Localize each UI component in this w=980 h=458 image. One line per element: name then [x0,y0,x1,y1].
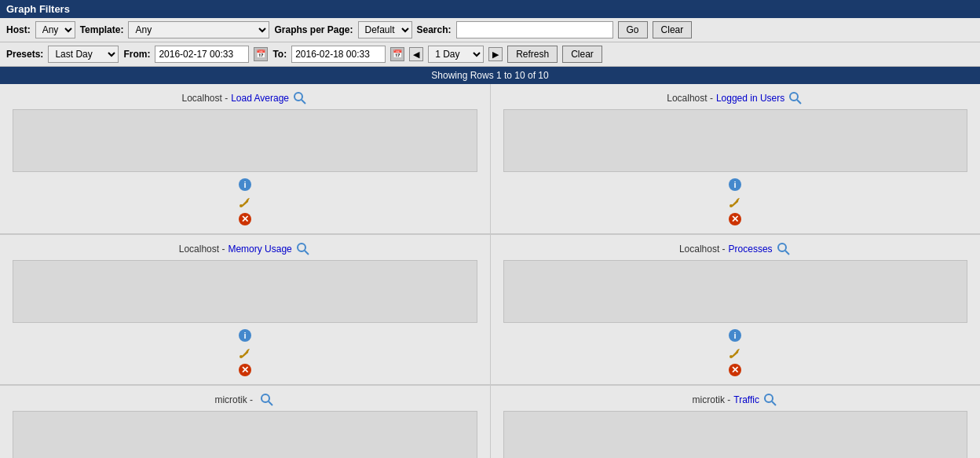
graph-title-row-1-2: Localhost - Logged in Users [503,90,968,106]
graph-image-2-1 [13,260,477,323]
svg-point-25 [730,355,733,358]
graph-image-1-1 [13,109,477,172]
graph-icons-1-2: i ✕ [503,106,968,227]
presets-label: Presets: [6,49,43,60]
graph-icons-3-1: i ✕ [13,408,477,458]
svg-text:i: i [243,331,246,340]
template-select[interactable]: Any [128,21,269,38]
svg-point-14 [298,244,305,251]
from-label: From: [123,49,150,60]
graph-title-row-3-2: microtik - Traffic [503,392,968,408]
delete-icon-1-1[interactable]: ✕ [237,211,253,227]
zoom-icon-3-2[interactable] [762,392,778,408]
svg-point-7 [790,93,798,101]
zoom-icon-3-1[interactable] [259,392,275,408]
graph-title-row-1-1: Localhost - Load Average [13,90,477,106]
zoom-icon-2-1[interactable] [295,241,311,257]
to-label: To: [272,49,287,60]
graphs-per-page-label: Graphs per Page: [274,24,353,35]
info-icon-2-2[interactable]: i [727,328,743,343]
clear-button-2[interactable]: Clear [562,46,602,63]
to-input[interactable] [291,46,386,63]
graph-image-1-2 [503,109,968,172]
to-calendar-icon[interactable]: 📅 [390,47,404,61]
svg-text:✕: ✕ [731,365,739,376]
info-icon-2-1[interactable]: i [237,328,253,343]
wrench-icon-1-2[interactable] [727,194,743,210]
graph-row-3: microtik - i ✕ micro [0,386,980,458]
span-select[interactable]: 1 Day 2 Days 1 Week [428,46,484,63]
search-label: Search: [417,24,452,35]
svg-text:i: i [734,180,737,189]
graph-title-link-3-2[interactable]: Traffic [733,394,759,405]
svg-text:✕: ✕ [731,214,739,225]
wrench-icon-1-1[interactable] [237,194,253,210]
svg-line-8 [797,100,801,104]
graph-icons-3-2: i ✕ [503,408,968,458]
graph-row-1: Localhost - Load Average i ✕ [0,84,980,235]
title-text: Graph Filters [6,3,70,15]
back-arrow-btn[interactable]: ◀ [409,47,423,61]
graph-icons-2-2: i ✕ [503,257,968,378]
graph-cell-2-1: Localhost - Memory Usage i ✕ [0,235,491,384]
zoom-icon-1-1[interactable] [292,90,308,106]
wrench-icon-2-1[interactable] [237,345,253,361]
graph-title-prefix-1-1: Localhost - [181,93,228,104]
delete-icon-2-2[interactable]: ✕ [727,362,743,378]
graph-icons-1-1: i ✕ [13,106,477,227]
graph-title-link-1-2[interactable]: Logged in Users [716,93,784,104]
svg-point-28 [261,394,269,402]
graph-title-row-2-1: Localhost - Memory Usage [13,241,477,257]
graph-cell-1-2: Localhost - Logged in Users i ✕ [491,84,981,233]
delete-icon-1-2[interactable]: ✕ [727,211,743,227]
wrench-icon-2-2[interactable] [727,345,743,361]
graph-title-link-2-1[interactable]: Memory Usage [228,244,291,255]
svg-text:i: i [734,331,737,340]
delete-icon-2-1[interactable]: ✕ [237,362,253,378]
refresh-button[interactable]: Refresh [507,46,558,63]
graph-cell-2-2: Localhost - Processes i ✕ [491,235,981,384]
svg-point-4 [240,204,243,207]
info-icon-1-1[interactable]: i [237,177,253,192]
clear-button-1[interactable]: Clear [653,21,693,38]
from-input[interactable] [155,46,249,63]
svg-text:i: i [243,180,246,189]
zoom-icon-1-2[interactable] [788,90,803,106]
svg-text:✕: ✕ [241,365,249,376]
graph-image-3-1 [13,411,477,458]
graph-row-2: Localhost - Memory Usage i ✕ [0,235,980,386]
svg-point-35 [765,394,773,402]
graph-title-link-2-2[interactable]: Processes [729,244,773,255]
graph-icons-2-1: i ✕ [13,257,477,378]
graph-title-prefix-3-1: microtik - [214,394,253,405]
graph-title-prefix-2-2: Localhost - [679,244,726,255]
status-bar: Showing Rows 1 to 10 of 10 [0,67,980,84]
from-calendar-icon[interactable]: 📅 [254,47,268,61]
svg-point-0 [294,93,302,101]
svg-line-29 [269,401,272,405]
graph-image-2-2 [503,260,968,323]
graphs-container: Localhost - Load Average i ✕ [0,84,980,458]
svg-line-15 [305,251,309,255]
graph-title-prefix-3-2: microtik - [693,394,731,405]
graphs-per-page-select[interactable]: Default [358,21,412,38]
graph-cell-1-1: Localhost - Load Average i ✕ [0,84,491,233]
info-icon-1-2[interactable]: i [727,177,743,192]
status-text: Showing Rows 1 to 10 of 10 [431,70,548,81]
host-select[interactable]: Any [35,21,75,38]
forward-arrow-btn[interactable]: ▶ [488,47,503,61]
svg-text:✕: ✕ [241,214,249,225]
host-label: Host: [6,24,31,35]
search-input[interactable] [456,21,613,38]
svg-line-36 [772,401,776,405]
svg-point-11 [730,204,733,207]
svg-line-22 [785,251,789,255]
zoom-icon-2-2[interactable] [776,241,792,257]
go-button[interactable]: Go [618,21,648,38]
presets-select[interactable]: Last Day Last Week Last Month Last Year [48,46,119,63]
graph-cell-3-1: microtik - i ✕ [0,386,491,458]
graph-title-link-1-1[interactable]: Load Average [231,93,289,104]
graph-title-prefix-2-1: Localhost - [179,244,225,255]
title-bar: Graph Filters [0,0,980,18]
graph-cell-3-2: microtik - Traffic i ✕ [491,386,981,458]
